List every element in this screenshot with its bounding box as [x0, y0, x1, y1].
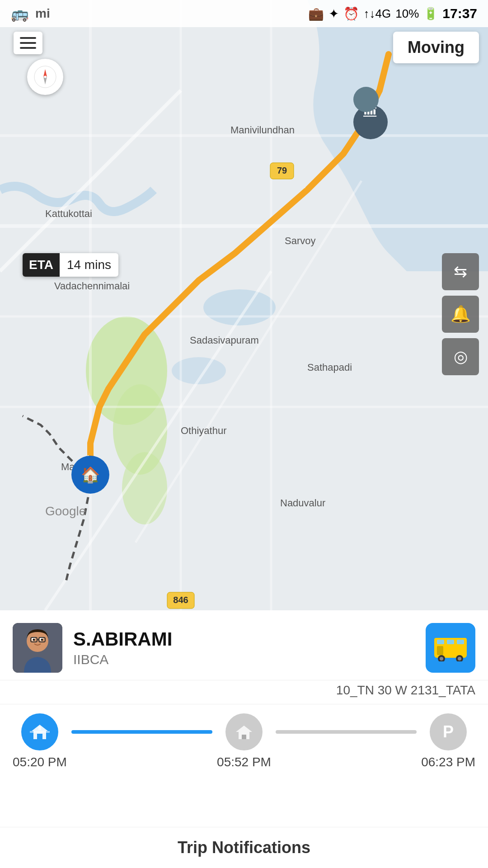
trip-notifications-label: Trip Notifications: [178, 838, 310, 857]
svg-rect-65: [242, 735, 246, 739]
hamburger-button[interactable]: [14, 32, 42, 54]
alarm-icon: ⏰: [343, 6, 359, 21]
timeline-row: 05:20 PM 05:52 PM P: [13, 713, 475, 769]
stop-home: 05:52 PM: [217, 713, 271, 769]
route-line-inactive: [276, 730, 417, 734]
eta-value: 14 mins: [60, 253, 118, 277]
bottom-panel: S.ABIRAMI IIBCA 10_TN 30 W 2131_TA: [0, 610, 488, 868]
svg-rect-51: [447, 640, 454, 644]
stop-school: 05:20 PM: [13, 713, 67, 769]
home-stop-time: 05:52 PM: [217, 755, 271, 769]
svg-point-44: [41, 639, 43, 641]
svg-text:79: 79: [277, 165, 287, 175]
svg-rect-53: [437, 646, 443, 655]
svg-text:Sadasivapuram: Sadasivapuram: [190, 335, 259, 346]
compass[interactable]: [27, 59, 63, 95]
hamburger-line-3: [20, 47, 36, 49]
school-stop-time: 05:20 PM: [13, 755, 67, 769]
svg-rect-62: [38, 726, 41, 730]
status-bar: 🚌 mi 💼 ✦ ⏰ ↑↓4G 10% 🔋 17:37: [0, 0, 488, 27]
svg-point-57: [458, 657, 461, 660]
bus-icon-container: [426, 623, 475, 673]
right-controls: ⇆ 🔔 ◎: [442, 253, 479, 375]
avatar: [13, 623, 62, 673]
route-line-active: [71, 730, 212, 734]
student-name: S.ABIRAMI: [73, 628, 172, 650]
svg-text:Sarvoy: Sarvoy: [285, 235, 315, 246]
transfer-button[interactable]: ⇆: [442, 253, 479, 290]
eta-badge: ETA 14 mins: [23, 253, 118, 277]
svg-text:Othiyathur: Othiyathur: [181, 425, 227, 436]
hamburger-line-2: [20, 42, 36, 44]
svg-text:Manivilundhan: Manivilundhan: [230, 124, 295, 136]
svg-rect-52: [457, 640, 464, 644]
battery-level: 10%: [395, 7, 419, 21]
mi-icon: mi: [35, 6, 50, 21]
battery-icon: 🔋: [423, 7, 438, 21]
trip-notifications-button[interactable]: Trip Notifications: [0, 827, 488, 868]
svg-text:🏠: 🏠: [81, 466, 100, 484]
route-timeline: 05:20 PM 05:52 PM P: [0, 704, 488, 776]
svg-text:Vadachennimalai: Vadachennimalai: [54, 280, 130, 292]
svg-point-31: [353, 87, 379, 112]
hamburger-line-1: [20, 37, 36, 39]
svg-text:Google: Google: [45, 504, 86, 518]
home-stop-icon: [225, 713, 263, 750]
student-info-row: S.ABIRAMI IIBCA: [0, 610, 488, 680]
bluetooth-icon: ✦: [328, 6, 339, 21]
svg-point-55: [440, 657, 443, 660]
student-class: IIBCA: [73, 652, 172, 667]
svg-rect-50: [437, 640, 444, 644]
bell-icon: 🔔: [450, 305, 471, 324]
bus-plate-number: 10_TN 30 W 2131_TATA: [336, 683, 475, 697]
svg-point-43: [33, 639, 35, 641]
parking-stop-time: 06:23 PM: [421, 755, 475, 769]
svg-rect-61: [30, 731, 50, 733]
map-container: 79 846 Manivilundhan Kattukottai Vadache…: [0, 0, 488, 610]
parking-stop-icon: P: [430, 713, 467, 750]
bus-app-icon: 🚌: [11, 5, 29, 22]
moving-label: Moving: [408, 38, 465, 57]
eta-label: ETA: [23, 253, 60, 277]
locate-icon: ◎: [454, 347, 468, 366]
svg-text:Naduvalur: Naduvalur: [280, 497, 325, 509]
moving-badge: Moving: [393, 32, 479, 63]
stop-parking: P 06:23 PM: [421, 713, 475, 769]
svg-text:Sathapadi: Sathapadi: [307, 362, 352, 373]
briefcase-icon: 💼: [308, 6, 324, 21]
transfer-icon: ⇆: [454, 262, 467, 281]
school-stop-icon: [21, 713, 58, 750]
svg-marker-63: [236, 726, 252, 732]
clock: 17:37: [442, 6, 477, 21]
status-bar-left: 🚌 mi: [11, 5, 50, 22]
signal-icon: ↑↓4G: [364, 7, 391, 21]
svg-text:Kattukottai: Kattukottai: [45, 208, 92, 219]
student-details: S.ABIRAMI IIBCA: [73, 628, 172, 667]
locate-button[interactable]: ◎: [442, 338, 479, 375]
bus-plate: 10_TN 30 W 2131_TATA: [0, 680, 488, 704]
bell-button[interactable]: 🔔: [442, 296, 479, 333]
status-bar-right: 💼 ✦ ⏰ ↑↓4G 10% 🔋 17:37: [308, 6, 477, 21]
svg-rect-60: [37, 734, 42, 739]
svg-text:846: 846: [173, 595, 188, 605]
